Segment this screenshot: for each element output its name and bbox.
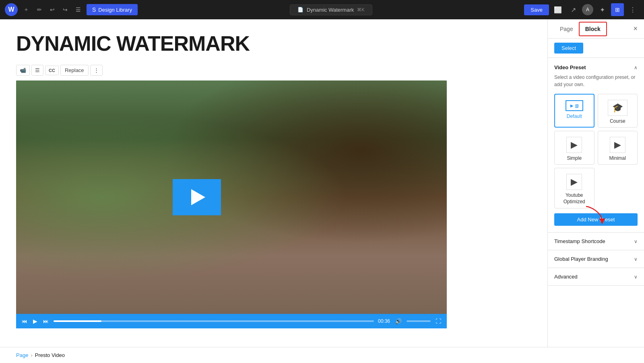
sidebar-header: Page Block × — [548, 19, 644, 39]
undo-button[interactable]: ↩ — [47, 5, 57, 14]
advanced-chevron-icon: ∨ — [634, 274, 638, 280]
breadcrumb: Page › Presto Video — [0, 347, 644, 363]
timestamp-shortcode-title: Timestamp Shortcode — [554, 238, 605, 244]
caption-icon: CC — [49, 68, 55, 73]
wp-logo[interactable]: W — [5, 3, 18, 16]
rewind-button[interactable]: ⏮ — [21, 317, 28, 325]
fast-forward-button[interactable]: ⏭ — [42, 317, 50, 325]
right-sidebar: Page Block × Select Video Preset ∧ Selec… — [547, 19, 644, 347]
align-button[interactable]: ☰ — [31, 65, 43, 76]
avatar-initials: A — [586, 7, 589, 12]
course-preset-icon: 🎓 — [608, 100, 627, 116]
sparkle-icon[interactable]: ✦ — [596, 3, 609, 16]
topbar-center: 📄 Dynamic Watermark ⌘K — [141, 4, 521, 15]
default-preset-icon: ▶⊟ — [566, 100, 583, 111]
page-icon: 📄 — [297, 7, 303, 12]
default-preset-label: Default — [567, 113, 582, 119]
replace-button[interactable]: Replace — [60, 65, 89, 76]
topbar: W ＋ ✏ ↩ ↪ ☰ S Design Library 📄 Dynamic W… — [0, 0, 644, 19]
preset-item-default[interactable]: ▶⊟ Default — [554, 94, 594, 128]
caption-button[interactable]: CC — [45, 66, 59, 75]
content-area: DYNAMIC WATERMARK 📹 ☰ CC Replace ⋮ — [0, 19, 547, 347]
breadcrumb-page-link[interactable]: Page — [16, 352, 28, 358]
video-preset-title: Video Preset — [554, 64, 586, 70]
align-icon: ☰ — [35, 67, 40, 73]
simple-preset-label: Simple — [567, 155, 582, 161]
minimal-preset-icon: ▶ — [610, 137, 625, 153]
timestamp-shortcode-header[interactable]: Timestamp Shortcode ∨ — [548, 233, 644, 250]
external-link-icon[interactable]: ↗ — [567, 3, 580, 16]
timestamp-chevron-icon: ∨ — [634, 239, 638, 244]
add-new-preset-button[interactable]: Add New Preset — [554, 213, 638, 226]
video-controls: ⏮ ▶ ⏭ 00:36 🔊 ⛶ — [16, 314, 447, 328]
timestamp-shortcode-section: Timestamp Shortcode ∨ — [548, 233, 644, 250]
preset-item-course[interactable]: 🎓 Course — [598, 94, 638, 128]
more-icon: ⋮ — [94, 67, 99, 73]
preview-icon[interactable]: ⬜ — [551, 3, 564, 16]
main-area: DYNAMIC WATERMARK 📹 ☰ CC Replace ⋮ — [0, 19, 644, 347]
preset-item-youtube[interactable]: ▶ YoutubeOptimized — [554, 168, 594, 208]
tab-page[interactable]: Page — [554, 22, 579, 36]
more-options-icon[interactable]: ⋮ — [626, 3, 639, 16]
video-preset-header[interactable]: Video Preset ∧ — [554, 64, 638, 70]
advanced-section: Advanced ∨ — [548, 268, 644, 286]
play-button-overlay[interactable] — [173, 179, 221, 215]
sidebar-icon: ⊞ — [615, 6, 620, 13]
preset-grid: ▶⊟ Default 🎓 Course ▶ Simple — [554, 94, 638, 208]
video-preset-arrow-icon: ∧ — [634, 65, 638, 70]
minimal-preset-label: Minimal — [609, 155, 626, 161]
advanced-header[interactable]: Advanced ∨ — [548, 268, 644, 285]
design-library-icon: S — [92, 6, 96, 13]
global-player-branding-header[interactable]: Global Player Branding ∨ — [548, 250, 644, 268]
page-title-text: Dynamic Watermark — [307, 7, 354, 13]
tab-block[interactable]: Block — [579, 22, 607, 36]
select-button[interactable]: Select — [554, 43, 583, 54]
video-preset-section: Video Preset ∧ Select a video configurat… — [548, 58, 644, 233]
list-view-button[interactable]: ☰ — [73, 5, 83, 14]
keyboard-shortcut: ⌘K — [357, 7, 364, 12]
video-camera-icon: 📹 — [20, 67, 26, 73]
avatar[interactable]: A — [582, 4, 593, 15]
course-preset-label: Course — [610, 118, 625, 124]
volume-bar[interactable] — [407, 320, 431, 322]
page-heading: DYNAMIC WATERMARK — [16, 32, 531, 55]
video-scene — [16, 80, 447, 314]
global-branding-chevron-icon: ∨ — [634, 256, 638, 262]
play-triangle-icon — [191, 189, 205, 205]
advanced-title: Advanced — [554, 274, 578, 280]
breadcrumb-current: Presto Video — [35, 352, 65, 358]
fullscreen-button[interactable]: ⛶ — [435, 317, 442, 325]
simple-preset-icon: ▶ — [566, 137, 582, 153]
topbar-right: Save ⬜ ↗ A ✦ ⊞ ⋮ — [524, 3, 639, 16]
youtube-preset-icon: ▶ — [566, 174, 582, 190]
select-section: Select — [548, 39, 644, 58]
video-icon-button[interactable]: 📹 — [16, 65, 30, 76]
video-preset-desc: Select a video configuration preset, or … — [554, 74, 638, 88]
global-player-branding-title: Global Player Branding — [554, 256, 608, 262]
video-block-toolbar: 📹 ☰ CC Replace ⋮ — [16, 65, 531, 76]
play-pause-button[interactable]: ▶ — [32, 317, 38, 325]
sidebar-toggle-button[interactable]: ⊞ — [611, 3, 624, 16]
breadcrumb-separator: › — [31, 352, 32, 358]
edit-tools-button[interactable]: ✏ — [35, 5, 44, 14]
design-library-button[interactable]: S Design Library — [87, 4, 138, 15]
time-display: 00:36 — [378, 318, 390, 324]
more-block-options[interactable]: ⋮ — [90, 65, 103, 76]
progress-bar[interactable] — [54, 320, 374, 322]
redo-button[interactable]: ↪ — [60, 5, 70, 14]
preset-item-minimal[interactable]: ▶ Minimal — [598, 131, 638, 165]
save-button[interactable]: Save — [524, 4, 549, 15]
add-block-button[interactable]: ＋ — [21, 4, 31, 15]
page-title-bar[interactable]: 📄 Dynamic Watermark ⌘K — [290, 4, 372, 15]
global-player-branding-section: Global Player Branding ∨ — [548, 250, 644, 268]
youtube-preset-label: YoutubeOptimized — [564, 192, 585, 205]
progress-fill — [54, 320, 101, 322]
preset-item-simple[interactable]: ▶ Simple — [554, 131, 594, 165]
replace-label: Replace — [65, 67, 84, 73]
video-container: ⏮ ▶ ⏭ 00:36 🔊 ⛶ — [16, 80, 447, 328]
close-sidebar-button[interactable]: × — [633, 25, 638, 33]
sidebar-tabs: Page Block — [554, 22, 607, 36]
mute-button[interactable]: 🔊 — [394, 317, 402, 325]
video-thumbnail — [16, 80, 447, 314]
design-library-label: Design Library — [98, 7, 132, 13]
